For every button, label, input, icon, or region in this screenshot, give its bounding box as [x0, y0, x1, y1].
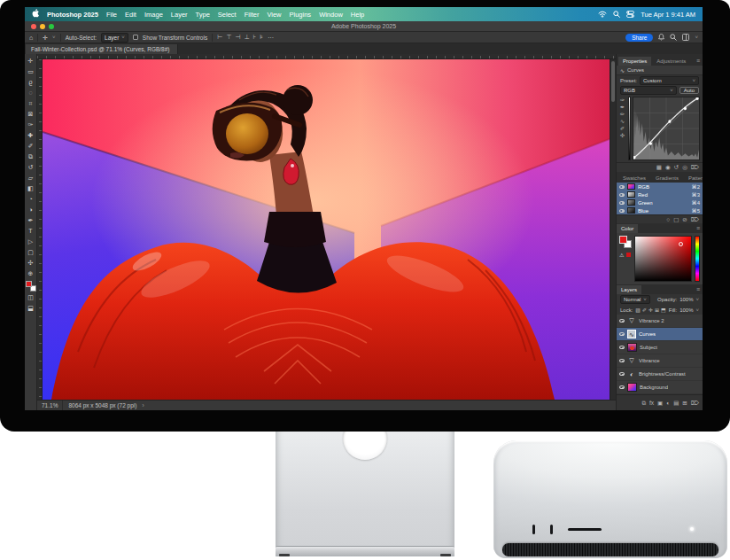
pen-tool[interactable]: ✒: [26, 215, 36, 225]
tab-swatches[interactable]: Swatches: [618, 174, 650, 183]
tool-preset-chevron-icon[interactable]: ˅: [52, 35, 56, 40]
panel-menu-icon[interactable]: ≡: [696, 286, 703, 294]
menu-item-file[interactable]: File: [106, 11, 117, 19]
lock-pixels-icon[interactable]: ✐: [642, 307, 647, 313]
color-picker-ring[interactable]: [679, 242, 683, 246]
tab-layers[interactable]: Layers: [617, 285, 641, 294]
clip-layer-icon[interactable]: ▦: [656, 164, 662, 171]
layer-row-vibrance[interactable]: ▽ Vibrance: [617, 354, 703, 368]
pencil-icon[interactable]: ✐: [620, 125, 625, 131]
eye-icon[interactable]: [619, 346, 625, 349]
foreground-color-chip[interactable]: [619, 236, 627, 244]
eye-icon[interactable]: [619, 201, 625, 205]
menu-item-filter[interactable]: Filter: [245, 11, 260, 19]
reset-icon[interactable]: ↺: [674, 164, 679, 171]
targeted-adjust-icon[interactable]: ✣: [620, 132, 625, 138]
chevron-down-icon[interactable]: ˅: [695, 297, 699, 302]
align-right-icon[interactable]: ⊣: [235, 34, 240, 41]
menu-item-layer[interactable]: Layer: [171, 11, 188, 19]
fill-value[interactable]: 100%: [680, 307, 693, 313]
minimize-window-button[interactable]: [40, 24, 45, 29]
curve-grid[interactable]: [633, 97, 700, 160]
layer-row-vibrance-2[interactable]: ▽ Vibrance 2: [617, 315, 703, 328]
eye-icon[interactable]: [619, 193, 625, 197]
crop-tool[interactable]: ⌗: [26, 98, 36, 108]
eyedropper-tool[interactable]: ✑: [26, 120, 36, 129]
tab-properties[interactable]: Properties: [618, 57, 651, 66]
delete-layer-icon[interactable]: ⌦: [691, 400, 699, 407]
tab-color[interactable]: Color: [617, 224, 638, 233]
chevron-down-icon[interactable]: ˅: [695, 307, 699, 313]
scrollbar-thumb[interactable]: [611, 61, 615, 102]
tab-gradients[interactable]: Gradients: [651, 174, 683, 183]
quick-mask-icon[interactable]: ◫: [26, 292, 36, 302]
more-options-icon[interactable]: ⋯: [268, 35, 274, 41]
dodge-tool[interactable]: ◑: [26, 205, 36, 214]
channel-row-blue[interactable]: Blue ⌘5: [617, 206, 703, 214]
lock-transparent-icon[interactable]: ▨: [635, 307, 641, 313]
panel-menu-icon[interactable]: ≡: [696, 58, 703, 66]
marquee-tool[interactable]: ▭: [26, 66, 36, 76]
zoom-level-field[interactable]: 71.1%: [37, 401, 63, 410]
layer-row-background[interactable]: Background: [617, 381, 703, 394]
tab-adjustments[interactable]: Adjustments: [652, 57, 690, 66]
channel-row-rgb[interactable]: RGB ⌘2: [617, 183, 703, 191]
delete-channel-icon[interactable]: ⌦: [691, 216, 699, 223]
add-mask-icon[interactable]: ▣: [657, 400, 663, 407]
move-tool-icon[interactable]: ✛: [43, 35, 48, 41]
apple-menu-icon[interactable]: [32, 9, 39, 19]
lock-all-icon[interactable]: ⬒: [661, 307, 666, 313]
eraser-tool[interactable]: ▱: [26, 173, 36, 183]
curve-editor[interactable]: ✑ ✒ ✏ ∿ ✐ ✣: [617, 95, 703, 162]
new-layer-icon[interactable]: ⊞: [682, 400, 687, 407]
gradient-tool[interactable]: ◧: [26, 183, 36, 193]
previous-state-icon[interactable]: ◉: [665, 164, 671, 171]
new-adjustment-icon[interactable]: ◐: [666, 400, 670, 406]
link-layers-icon[interactable]: ⧉: [641, 400, 646, 407]
hand-tool[interactable]: ✣: [26, 258, 36, 268]
blend-mode-dropdown[interactable]: Normal ˅: [620, 295, 650, 304]
type-tool[interactable]: T: [26, 226, 36, 236]
path-selection-tool[interactable]: ▷: [26, 237, 36, 246]
eye-icon[interactable]: [619, 359, 625, 362]
wifi-icon[interactable]: [598, 11, 607, 18]
eye-icon[interactable]: [619, 209, 625, 213]
healing-brush-tool[interactable]: ✚: [26, 130, 36, 140]
show-transform-controls-checkbox[interactable]: [133, 35, 138, 40]
close-window-button[interactable]: [31, 24, 36, 29]
white-point-eyedropper-icon[interactable]: ✏: [620, 111, 625, 117]
menu-item-window[interactable]: Window: [319, 11, 343, 19]
menubar-clock[interactable]: Tue Apr 1 9:41 AM: [641, 11, 695, 19]
hue-slider[interactable]: [695, 236, 700, 282]
control-center-icon[interactable]: [626, 11, 634, 18]
spotlight-search-icon[interactable]: [613, 11, 620, 18]
zoom-window-button[interactable]: [49, 24, 54, 29]
shape-tool[interactable]: ▢: [26, 247, 36, 257]
move-tool[interactable]: ✛: [26, 56, 36, 66]
curve-point-icon[interactable]: ∿: [620, 118, 625, 124]
eye-icon[interactable]: [619, 385, 625, 389]
tab-patterns[interactable]: Patterns: [684, 174, 703, 183]
status-chevron-icon[interactable]: ›: [142, 402, 144, 408]
menu-item-select[interactable]: Select: [218, 11, 237, 19]
lock-artboard-icon[interactable]: ⊞: [655, 307, 659, 313]
channel-dropdown[interactable]: RGB ˅: [620, 86, 677, 95]
distribute-horizontal-icon[interactable]: ⊦: [253, 34, 257, 41]
frame-tool[interactable]: ⊠: [26, 109, 36, 119]
save-selection-icon[interactable]: ▢: [673, 216, 679, 223]
lock-position-icon[interactable]: ✛: [648, 307, 653, 313]
visibility-icon[interactable]: ◎: [682, 164, 687, 171]
history-brush-tool[interactable]: ↺: [26, 162, 36, 172]
black-point-eyedropper-icon[interactable]: ✑: [620, 97, 625, 103]
align-top-icon[interactable]: ⊤: [226, 34, 231, 41]
auto-select-dropdown[interactable]: Layer ˅: [101, 33, 128, 43]
opacity-value[interactable]: 100%: [680, 297, 693, 302]
workspace-chevron-icon[interactable]: ˅: [695, 35, 698, 40]
layer-effects-icon[interactable]: fx: [649, 400, 654, 406]
screen-mode-icon[interactable]: ⬓: [26, 303, 36, 313]
saturation-brightness-picker[interactable]: [634, 236, 692, 282]
align-left-icon[interactable]: ⊢: [217, 34, 222, 41]
panel-menu-icon[interactable]: ≡: [696, 225, 703, 233]
new-channel-icon[interactable]: ⊘: [682, 216, 687, 223]
delete-adjustment-icon[interactable]: ⌦: [691, 164, 699, 171]
